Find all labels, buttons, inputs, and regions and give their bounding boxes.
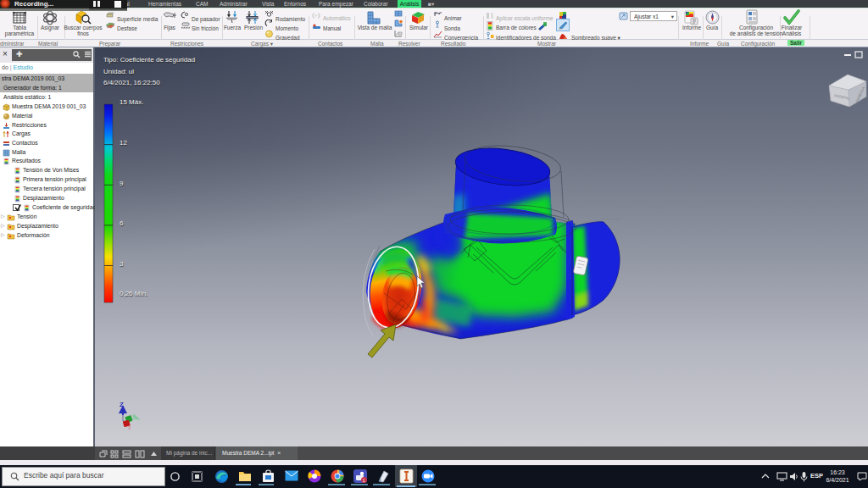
svg-text:1: 1: [363, 478, 365, 483]
svg-text:x: x: [128, 424, 131, 430]
